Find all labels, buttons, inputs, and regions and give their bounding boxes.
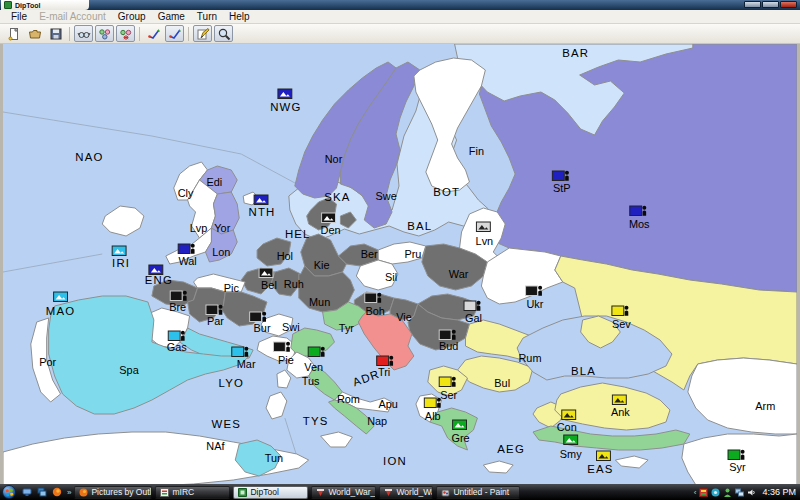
map-label-ber: Ber: [361, 248, 378, 260]
unit-fleet-lvn[interactable]: [476, 222, 490, 232]
map-label-stp: StP: [553, 182, 571, 194]
map-label-rum: Rum: [519, 352, 542, 364]
edit-pencil-icon: [196, 27, 210, 41]
taskbar: » Pictures by OutlawG...mIRCDipToolWorld…: [0, 484, 800, 500]
map-label-tyr: Tyr: [339, 322, 354, 334]
unit-army-bur[interactable]: [250, 312, 267, 322]
unit-fleet-nth[interactable]: [254, 195, 268, 205]
toolbar-button-view-units-star-icon[interactable]: [116, 25, 135, 42]
messenger-tray-icon[interactable]: [711, 488, 720, 497]
window-title: DipTool: [15, 2, 41, 9]
unit-fleet-nwg[interactable]: [278, 89, 292, 99]
switch-windows-icon[interactable]: [36, 487, 47, 498]
map-label-bul: Bul: [494, 377, 510, 389]
unit-army-gal[interactable]: [464, 301, 481, 311]
menu-bar: FileE-mail AccountGroupGameTurnHelp: [0, 10, 800, 24]
maximize-button[interactable]: [762, 1, 779, 8]
toolbar-button-view-units-icon[interactable]: [95, 25, 114, 42]
toolbar-button-orders-arrow-icon[interactable]: [144, 25, 163, 42]
taskbar-button-mirc[interactable]: mIRC: [155, 486, 230, 499]
unit-army-ukr[interactable]: [526, 286, 543, 296]
map-label-gre: Gre: [451, 432, 469, 444]
map-label-par: Par: [207, 315, 224, 327]
unit-fleet-bel[interactable]: [259, 268, 273, 278]
taskbar-button-diptool[interactable]: DipTool: [233, 486, 308, 499]
toolbar-separator: [69, 27, 70, 41]
taskbar-button-label: mIRC: [172, 487, 194, 497]
unit-fleet-con[interactable]: [562, 410, 576, 420]
map-label-pie: Pie: [278, 354, 294, 366]
unit-army-alb[interactable]: [424, 398, 441, 408]
toolbar-button-open-folder-icon[interactable]: [25, 25, 44, 42]
map-label-con: Con: [557, 421, 577, 433]
unit-army-par[interactable]: [206, 305, 223, 315]
window-title-tab[interactable]: DipTool: [1, 0, 89, 10]
map-label-gas: Gas: [167, 341, 188, 353]
menu-item-game[interactable]: Game: [152, 12, 191, 22]
unit-fleet-eng[interactable]: [149, 265, 163, 275]
app-icon: [4, 1, 12, 9]
zoom-icon: [217, 27, 231, 41]
map-label-sea-iri: IRI: [112, 257, 130, 269]
diplomacy-map[interactable]: NAONWGBARNTHSKABOTBALHELIRIENGMAOWESLYOT…: [3, 44, 797, 488]
unit-army-boh[interactable]: [365, 293, 382, 303]
start-button[interactable]: [2, 485, 16, 499]
unit-army-bre[interactable]: [170, 291, 187, 301]
toolbar-button-view-glasses-icon[interactable]: [74, 25, 93, 42]
unit-fleet-den[interactable]: [322, 213, 336, 223]
unit-fleet-gre[interactable]: [453, 420, 467, 430]
unit-army-mar[interactable]: [232, 347, 249, 357]
map-label-lvp: Lvp: [190, 222, 208, 234]
map-label-gal: Gal: [465, 312, 482, 324]
status-person-tray-icon[interactable]: [723, 488, 732, 497]
view-glasses-icon: [77, 27, 91, 41]
unit-army-wal[interactable]: [178, 244, 195, 254]
unit-army-gas[interactable]: [168, 331, 185, 341]
taskbar-button-pictures-by-outlawg[interactable]: Pictures by OutlawG...: [74, 486, 152, 499]
map-label-bre: Bre: [169, 301, 186, 313]
volume-tray-icon[interactable]: [747, 488, 756, 497]
unit-army-tri[interactable]: [377, 356, 394, 366]
unit-fleet-mao[interactable]: [54, 292, 68, 302]
network-tray-icon[interactable]: [735, 488, 744, 497]
taskbar-button-world-war-two-si[interactable]: World_War_Two_Si...: [379, 486, 433, 499]
unit-fleet-iri[interactable]: [112, 246, 126, 256]
menu-item-group[interactable]: Group: [112, 12, 152, 22]
menu-item-file[interactable]: File: [5, 12, 33, 22]
map-label-alb: Alb: [425, 410, 441, 422]
map-label-boh: Boh: [365, 305, 384, 317]
map-label-tun: Tun: [265, 452, 283, 464]
menu-item-help[interactable]: Help: [223, 12, 256, 22]
map-label-den: Den: [321, 224, 341, 236]
toolbar-button-new-document-icon[interactable]: [4, 25, 23, 42]
taskbar-button-untitled-paint[interactable]: Untitled - Paint: [436, 486, 520, 499]
map-label-bud: Bud: [439, 340, 458, 352]
unit-army-pie[interactable]: [273, 342, 290, 352]
unit-fleet-ank[interactable]: [612, 395, 626, 405]
unit-army-sev[interactable]: [612, 306, 629, 316]
toolbar-button-orders-arrow2-icon[interactable]: [165, 25, 184, 42]
show-desktop-icon[interactable]: [21, 487, 32, 498]
quick-launch-overflow-chevron[interactable]: »: [67, 488, 71, 497]
toolbar-button-save-icon[interactable]: [46, 25, 65, 42]
firefox-icon[interactable]: [51, 487, 62, 498]
close-button[interactable]: [780, 1, 797, 8]
menu-item-turn[interactable]: Turn: [191, 12, 223, 22]
unit-army-ven[interactable]: [308, 347, 325, 357]
screen: DipTool FileE-mail AccountGroupGameTurnH…: [0, 0, 800, 500]
unit-army-bud[interactable]: [439, 330, 456, 340]
unit-army-mos[interactable]: [630, 206, 647, 216]
taskbar-button-world-war-one-si[interactable]: World_War_One_Si...: [311, 486, 376, 499]
unit-fleet-smy[interactable]: [564, 435, 578, 445]
unit-army-ser[interactable]: [439, 377, 456, 387]
toolbar-button-edit-pencil-icon[interactable]: [193, 25, 212, 42]
minimize-button[interactable]: [744, 1, 761, 8]
unit-army-stp[interactable]: [552, 171, 569, 181]
mirc-tray-icon[interactable]: [699, 488, 708, 497]
unit-army-syr[interactable]: [728, 450, 745, 460]
toolbar-button-zoom-icon[interactable]: [214, 25, 233, 42]
unit-fleet-eas[interactable]: [597, 451, 611, 461]
map-label-ruh: Ruh: [284, 278, 304, 290]
tray-collapse-chevron[interactable]: ‹: [694, 488, 697, 497]
map-label-swi: Swi: [282, 321, 300, 333]
